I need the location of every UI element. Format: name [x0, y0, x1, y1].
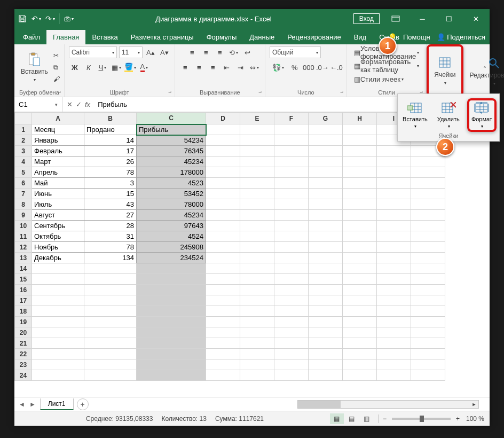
login-button[interactable]: Вход — [353, 13, 380, 24]
font-size-combo[interactable]: 11▾ — [119, 46, 143, 58]
sheet-next-icon[interactable]: ► — [29, 401, 36, 408]
normal-view-icon[interactable]: ▦ — [330, 413, 344, 424]
row-header-2[interactable]: 2 — [15, 135, 32, 146]
share-button[interactable]: 👤 Поделиться — [437, 33, 485, 41]
orientation-icon[interactable]: ⟲▾ — [228, 46, 240, 58]
tab-file[interactable]: Файл — [17, 30, 46, 44]
format-cells-button[interactable]: Формат▾ — [467, 98, 497, 132]
increase-indent-icon[interactable]: ⇥ — [235, 61, 247, 73]
row-header-23[interactable]: 23 — [15, 359, 32, 370]
cells-group[interactable]: Ячейки▾ — [427, 44, 463, 97]
row-header-10[interactable]: 10 — [15, 221, 32, 231]
underline-button[interactable]: Ч▾ — [97, 61, 108, 73]
align-left-icon[interactable]: ≡ — [179, 61, 191, 73]
merge-icon[interactable]: ⇔▾ — [249, 61, 261, 73]
ribbon-display-icon[interactable] — [385, 9, 406, 28]
row-header-1[interactable]: 1 — [15, 124, 32, 135]
row-header-7[interactable]: 7 — [15, 189, 32, 199]
decrease-indent-icon[interactable]: ⇤ — [221, 61, 233, 73]
row-header-17[interactable]: 17 — [15, 295, 32, 306]
row-header-9[interactable]: 9 — [15, 210, 32, 221]
row-header-13[interactable]: 13 — [15, 253, 32, 263]
tab-page-layout[interactable]: Разметка страницы — [124, 30, 200, 44]
row-header-22[interactable]: 22 — [15, 349, 32, 359]
thousands-icon[interactable]: 000 — [303, 61, 314, 73]
row-header-4[interactable]: 4 — [15, 157, 32, 167]
copy-icon[interactable]: ⧉ — [53, 62, 60, 72]
page-layout-view-icon[interactable]: ▤ — [345, 413, 359, 424]
cut-icon[interactable]: ✂ — [53, 51, 60, 60]
row-header-11[interactable]: 11 — [15, 231, 32, 242]
tab-review[interactable]: Рецензирование — [281, 30, 347, 44]
insert-cells-button[interactable]: Вставить▾ — [400, 100, 430, 130]
sheet-tab-1[interactable]: Лист1 — [40, 398, 74, 410]
bold-button[interactable]: Ж — [69, 61, 81, 73]
col-header-G[interactable]: G — [309, 113, 343, 124]
tab-view[interactable]: Вид — [348, 30, 373, 44]
align-bottom-icon[interactable]: ≡ — [214, 46, 226, 58]
name-box[interactable]: C1▾ — [14, 97, 62, 112]
align-middle-icon[interactable]: ≡ — [200, 46, 212, 58]
col-header-F[interactable]: F — [274, 113, 309, 124]
zoom-out-icon[interactable]: − — [383, 415, 387, 423]
minimize-icon[interactable]: ─ — [412, 9, 433, 28]
col-header-E[interactable]: E — [240, 113, 274, 124]
assistant-label[interactable]: Помощн — [403, 33, 430, 41]
zoom-slider[interactable] — [392, 418, 451, 420]
col-header-B[interactable]: B — [84, 113, 137, 124]
horizontal-scrollbar[interactable]: ◄► — [297, 400, 479, 409]
undo-icon[interactable]: ↶▾ — [32, 14, 41, 24]
align-top-icon[interactable]: ≡ — [186, 46, 198, 58]
row-header-3[interactable]: 3 — [15, 146, 32, 157]
row-header-6[interactable]: 6 — [15, 178, 32, 189]
decrease-font-icon[interactable]: A▾ — [159, 46, 170, 58]
row-header-5[interactable]: 5 — [15, 167, 32, 178]
page-break-view-icon[interactable]: ▥ — [360, 413, 374, 424]
row-header-18[interactable]: 18 — [15, 306, 32, 317]
close-icon[interactable]: ✕ — [465, 9, 486, 28]
tab-data[interactable]: Данные — [243, 30, 281, 44]
align-right-icon[interactable]: ≡ — [207, 61, 219, 73]
align-center-icon[interactable]: ≡ — [193, 61, 205, 73]
row-header-24[interactable]: 24 — [15, 370, 32, 381]
row-header-12[interactable]: 12 — [15, 242, 32, 253]
zoom-in-icon[interactable]: + — [456, 415, 460, 423]
col-header-H[interactable]: H — [343, 113, 377, 124]
row-header-20[interactable]: 20 — [15, 327, 32, 338]
paste-button[interactable]: Вставить▾ — [19, 51, 50, 84]
format-as-table-button[interactable]: ▦ Форматировать как таблицу▾ — [351, 60, 422, 72]
save-icon[interactable] — [18, 14, 27, 24]
italic-button[interactable]: К — [83, 61, 94, 73]
col-header-C[interactable]: C — [137, 113, 206, 124]
delete-cells-button[interactable]: Удалить▾ — [435, 100, 462, 130]
increase-font-icon[interactable]: A▴ — [145, 46, 156, 58]
enter-formula-icon[interactable]: ✓ — [76, 100, 82, 108]
cell-styles-button[interactable]: ▥ Стили ячеек▾ — [351, 73, 406, 85]
redo-icon[interactable]: ↷▾ — [45, 14, 55, 24]
tab-insert[interactable]: Вставка — [85, 30, 124, 44]
font-name-combo[interactable]: Calibri▾ — [69, 46, 117, 58]
maximize-icon[interactable]: ☐ — [438, 9, 460, 28]
row-header-16[interactable]: 16 — [15, 285, 32, 295]
wrap-text-icon[interactable]: ↩ — [242, 46, 254, 58]
increase-decimal-icon[interactable]: .0→ — [317, 61, 328, 73]
add-sheet-icon[interactable]: + — [77, 398, 89, 410]
row-header-15[interactable]: 15 — [15, 274, 32, 285]
fill-color-icon[interactable]: 🪣▾ — [124, 61, 136, 73]
row-header-8[interactable]: 8 — [15, 199, 32, 210]
borders-icon[interactable]: ▦▾ — [111, 61, 122, 73]
collapse-ribbon-icon[interactable]: ˄ — [483, 66, 486, 73]
camera-icon[interactable]: ▾ — [64, 14, 74, 24]
row-header-14[interactable]: 14 — [15, 263, 32, 274]
fx-icon[interactable]: fx — [85, 100, 90, 108]
cancel-formula-icon[interactable]: ✕ — [67, 100, 73, 108]
col-header-D[interactable]: D — [206, 113, 240, 124]
zoom-level[interactable]: 100 % — [466, 415, 484, 423]
tab-formulas[interactable]: Формулы — [200, 30, 243, 44]
accounting-icon[interactable]: 💱▾ — [270, 61, 287, 73]
percent-icon[interactable]: % — [289, 61, 301, 73]
sheet-prev-icon[interactable]: ◄ — [19, 401, 25, 408]
number-format-combo[interactable]: Общий▾ — [270, 46, 321, 58]
decrease-decimal-icon[interactable]: ←.0 — [330, 61, 342, 73]
row-header-19[interactable]: 19 — [15, 317, 32, 327]
